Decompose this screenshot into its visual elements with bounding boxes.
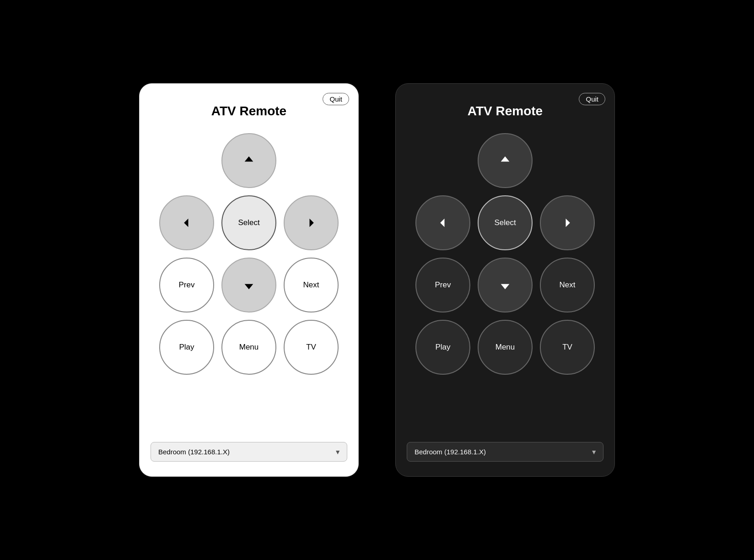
- buttons-grid-light: Select Prev Next: [159, 133, 339, 424]
- row-play-menu-tv-light: Play Menu TV: [159, 320, 339, 375]
- dropdown-wrap-dark: Bedroom (192.168.1.X) Living Room (192.1…: [407, 442, 603, 462]
- play-button-light[interactable]: Play: [159, 320, 214, 375]
- up-button-light[interactable]: [221, 133, 276, 188]
- dropdown-container-dark: Bedroom (192.168.1.X) Living Room (192.1…: [407, 442, 603, 462]
- prev-button-light[interactable]: Prev: [159, 258, 214, 312]
- row-up-dark: [478, 133, 533, 188]
- prev-button-dark[interactable]: Prev: [415, 258, 470, 312]
- quit-button-light[interactable]: Quit: [323, 93, 349, 105]
- down-button-light[interactable]: [221, 258, 276, 312]
- device-dropdown-light[interactable]: Bedroom (192.168.1.X) Living Room (192.1…: [151, 442, 347, 462]
- dropdown-wrap-light: Bedroom (192.168.1.X) Living Room (192.1…: [151, 442, 347, 462]
- row-prev-down-next-light: Prev Next: [159, 258, 339, 312]
- row-prev-down-next-dark: Prev Next: [415, 258, 595, 312]
- row-middle-dark: Select: [415, 195, 595, 250]
- remote-panel-light: Quit ATV Remote Select: [139, 83, 359, 477]
- left-button-light[interactable]: [159, 195, 214, 250]
- down-button-dark[interactable]: [478, 258, 533, 312]
- left-button-dark[interactable]: [415, 195, 470, 250]
- menu-button-light[interactable]: Menu: [221, 320, 276, 375]
- row-middle-light: Select: [159, 195, 339, 250]
- up-button-dark[interactable]: [478, 133, 533, 188]
- play-button-dark[interactable]: Play: [415, 320, 470, 375]
- remote-panel-dark: Quit ATV Remote Select: [395, 83, 615, 477]
- dropdown-container-light: Bedroom (192.168.1.X) Living Room (192.1…: [151, 442, 347, 462]
- quit-button-dark[interactable]: Quit: [579, 93, 605, 105]
- row-play-menu-tv-dark: Play Menu TV: [415, 320, 595, 375]
- next-button-light[interactable]: Next: [284, 258, 339, 312]
- next-button-dark[interactable]: Next: [540, 258, 595, 312]
- right-button-light[interactable]: [284, 195, 339, 250]
- device-dropdown-dark[interactable]: Bedroom (192.168.1.X) Living Room (192.1…: [407, 442, 603, 462]
- tv-button-dark[interactable]: TV: [540, 320, 595, 375]
- buttons-grid-dark: Select Prev Next: [415, 133, 595, 424]
- menu-button-dark[interactable]: Menu: [478, 320, 533, 375]
- select-button-dark[interactable]: Select: [478, 195, 533, 250]
- select-button-light[interactable]: Select: [221, 195, 276, 250]
- remote-title-dark: ATV Remote: [468, 104, 543, 118]
- row-up-light: [221, 133, 276, 188]
- remote-title-light: ATV Remote: [211, 104, 286, 118]
- tv-button-light[interactable]: TV: [284, 320, 339, 375]
- right-button-dark[interactable]: [540, 195, 595, 250]
